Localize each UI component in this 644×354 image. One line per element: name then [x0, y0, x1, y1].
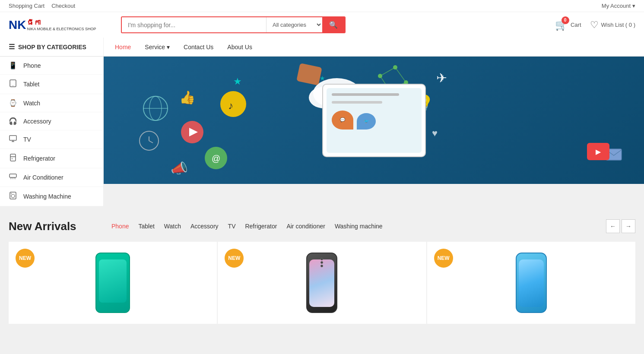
sidebar-label-phone: Phone [23, 62, 41, 69]
nav-home[interactable]: Home [108, 38, 138, 56]
sidebar-label-air-conditioner: Air Conditioner [23, 174, 63, 181]
arrivals-nav: ← → [606, 219, 635, 233]
svg-point-15 [143, 96, 168, 120]
nav-service[interactable]: Service ▾ [138, 38, 177, 56]
product-card-1[interactable]: NEW [9, 242, 217, 324]
arrivals-tab-refrigerator[interactable]: Refrigerator [241, 221, 280, 231]
sidebar-label-refrigerator: Refrigerator [23, 155, 55, 162]
header-right: 🛒 0 Cart ♡ Wish List ( 0 ) [555, 19, 635, 31]
arrivals-next-btn[interactable]: → [622, 219, 635, 233]
sidebar-item-phone[interactable]: 📱 Phone [0, 57, 103, 75]
categories-label: SHOP BY CATEGORIES [18, 44, 86, 51]
arrivals-tab-tv[interactable]: TV [225, 221, 239, 231]
header: NK ធីកា NIKA MOBILE & ELECTRONICS SHOP A… [0, 12, 644, 38]
sidebar-item-tablet[interactable]: Tablet [0, 75, 103, 94]
chevron-service-icon: ▾ [167, 44, 170, 51]
new-badge-1: NEW [16, 249, 35, 268]
svg-line-44 [395, 67, 406, 82]
svg-point-40 [393, 65, 397, 70]
svg-point-33 [220, 91, 246, 117]
categories-toggle[interactable]: ☰ SHOP BY CATEGORIES [0, 38, 104, 56]
search-icon: 🔍 [329, 21, 338, 28]
product-image-3 [505, 250, 557, 315]
chevron-down-icon: ▾ [632, 3, 635, 9]
svg-rect-12 [10, 192, 16, 199]
wishlist-label: Wish List ( 0 ) [601, 22, 635, 28]
main-layout: 📱 Phone Tablet ⌚ Watch 🎧 Accessory TV [0, 57, 644, 206]
accessory-icon: 🎧 [9, 117, 17, 125]
arrivals-tab-accessory[interactable]: Accessory [187, 221, 222, 231]
svg-point-14 [11, 193, 12, 194]
sidebar-label-watch: Watch [23, 100, 40, 107]
sidebar: 📱 Phone Tablet ⌚ Watch 🎧 Accessory TV [0, 57, 104, 206]
logo-text: ធីកា NIKA MOBILE & ELECTRONICS SHOP [27, 19, 96, 31]
svg-text:👍: 👍 [179, 90, 196, 105]
checkout-link[interactable]: Checkout [51, 3, 75, 9]
hero-banner: 👍 ★ ★ ★ ✈ 💡 ♥ [104, 57, 644, 184]
logo-khmer: ធីកា [27, 19, 96, 27]
svg-text:♥: ♥ [432, 128, 438, 139]
tv-icon [9, 135, 17, 144]
sidebar-item-washing-machine[interactable]: Washing Machine [0, 187, 103, 206]
nav-about[interactable]: About Us [220, 38, 259, 56]
tablet-icon [9, 79, 17, 89]
phone-icon: 📱 [9, 61, 17, 70]
arrivals-tab-phone[interactable]: Phone [108, 221, 132, 231]
shopping-cart-link[interactable]: Shopping Cart [9, 3, 44, 9]
search-input[interactable] [122, 17, 266, 32]
video-player-icon: ▶ [587, 143, 609, 160]
svg-point-35 [205, 147, 227, 169]
search-button[interactable]: 🔍 [322, 17, 345, 32]
svg-point-13 [11, 194, 15, 198]
product-image-1 [87, 250, 139, 315]
hero-inner: 👍 ★ ★ ★ ✈ 💡 ♥ [104, 57, 644, 184]
logo-nk: NK [9, 18, 26, 32]
cart-area[interactable]: 🛒 0 Cart [555, 19, 581, 31]
svg-text:✈: ✈ [436, 71, 447, 85]
arrivals-prev-btn[interactable]: ← [606, 219, 620, 233]
my-account-link[interactable]: My Account ▾ [602, 3, 635, 9]
svg-text:★: ★ [233, 76, 242, 87]
product-card-3[interactable]: NEW [427, 242, 635, 324]
arrivals-tab-tablet[interactable]: Tablet [135, 221, 158, 231]
sidebar-label-tv: TV [23, 136, 31, 143]
new-badge-2: NEW [225, 249, 244, 268]
arrivals-tab-watch[interactable]: Watch [161, 221, 184, 231]
sidebar-item-watch[interactable]: ⌚ Watch [0, 94, 103, 112]
new-badge-3: NEW [434, 249, 453, 268]
svg-text:📣: 📣 [171, 160, 188, 177]
svg-line-43 [380, 67, 395, 76]
heart-icon: ♡ [590, 19, 599, 31]
cart-badge: 0 [562, 16, 569, 24]
sidebar-item-air-conditioner[interactable]: Air Conditioner [0, 168, 103, 187]
nav-contact[interactable]: Contact Us [177, 38, 220, 56]
product-card-2[interactable]: NEW [218, 242, 426, 324]
arrivals-tabs: Phone Tablet Watch Accessory TV Refriger… [108, 221, 606, 231]
sidebar-item-refrigerator[interactable]: Refrigerator [0, 149, 103, 168]
watch-icon: ⌚ [9, 99, 17, 107]
sidebar-item-accessory[interactable]: 🎧 Accessory [0, 112, 103, 130]
svg-point-31 [181, 121, 203, 143]
svg-text:★: ★ [320, 75, 325, 82]
svg-point-16 [149, 96, 162, 120]
arrivals-tab-washing-machine[interactable]: Washing machine [331, 221, 386, 231]
sidebar-item-tv[interactable]: TV [0, 130, 103, 149]
arrivals-tab-air-conditioner[interactable]: Air conditioner [283, 221, 329, 231]
svg-text:♪: ♪ [228, 100, 233, 111]
svg-rect-37 [296, 63, 322, 85]
sidebar-label-accessory: Accessory [23, 118, 51, 125]
wishlist-area[interactable]: ♡ Wish List ( 0 ) [590, 19, 635, 31]
logo-subtitle: NIKA MOBILE & ELECTRONICS SHOP [27, 27, 96, 31]
top-bar: Shopping Cart Checkout My Account ▾ [0, 0, 644, 12]
svg-rect-5 [10, 154, 16, 161]
products-row: NEW NEW [9, 242, 635, 324]
svg-marker-32 [189, 128, 198, 136]
top-bar-left: Shopping Cart Checkout [9, 3, 75, 9]
refrigerator-icon [9, 154, 17, 163]
new-arrivals-title: New Arrivals [9, 220, 95, 233]
search-category-select[interactable]: All categories [266, 17, 322, 32]
tablet-device: 💬 🐦 [322, 84, 426, 157]
logo-area[interactable]: NK ធីកា NIKA MOBILE & ELECTRONICS SHOP [9, 18, 112, 32]
svg-text:@: @ [212, 154, 220, 163]
washing-machine-icon [9, 192, 17, 201]
